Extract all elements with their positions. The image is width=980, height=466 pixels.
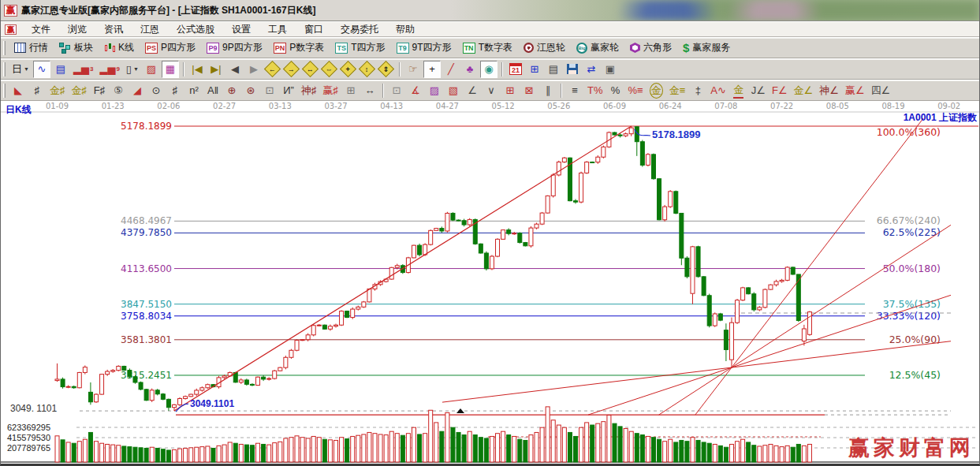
menu-江恩[interactable]: 江恩: [132, 22, 168, 36]
hand-tool-button[interactable]: ☞: [404, 61, 422, 78]
star-circle-tool[interactable]: ⊛: [242, 82, 259, 99]
candle-style-button[interactable]: ▯▼: [124, 61, 141, 78]
time-ruler-tool[interactable]: ♯: [28, 82, 46, 99]
f-angle-tool[interactable]: F∠: [769, 82, 790, 99]
span-arrow-tool[interactable]: ↔: [361, 82, 378, 99]
grid-red2-tool[interactable]: ⊠: [520, 82, 538, 99]
pattern-button[interactable]: ▨: [143, 61, 160, 78]
p-number-table-button[interactable]: PNP数字表: [268, 39, 330, 56]
cycle-clock-tool[interactable]: ⊙: [147, 82, 165, 99]
zoom-h-button[interactable]: ↔: [302, 61, 319, 78]
fan-red-tool[interactable]: ∡: [407, 82, 424, 99]
gold-line-tool[interactable]: 金≡: [667, 82, 688, 99]
ying-ruler-tool[interactable]: 赢♯: [321, 82, 341, 99]
toolbar-grip[interactable]: [3, 62, 6, 76]
expand-all-button[interactable]: ⇕: [378, 61, 395, 78]
a-wave-tool[interactable]: A∿: [708, 82, 728, 99]
kline-chart[interactable]: 01-0901-2302-0602-2703-1303-2704-1304-27…: [1, 101, 980, 466]
bars-9-button[interactable]: ▂▅9: [97, 61, 121, 78]
notepad-button[interactable]: ▤: [545, 61, 562, 78]
shen-angle-tool[interactable]: 神∠: [817, 82, 841, 99]
gold-ruler-tool[interactable]: 金♯: [47, 82, 68, 99]
percent-line-tool[interactable]: %≡: [626, 82, 646, 99]
grid-red-tool[interactable]: ⊞: [501, 82, 519, 99]
chart-area[interactable]: 01-0901-2302-0602-2703-1303-2704-1304-27…: [1, 101, 980, 466]
last-page-button[interactable]: ▶|: [207, 61, 225, 78]
n-squared-tool[interactable]: n²: [185, 82, 203, 99]
toolbar-grip[interactable]: [3, 41, 6, 55]
ying-angle-tool[interactable]: 赢∠: [843, 82, 867, 99]
purple-tool-button[interactable]: ♣: [461, 61, 479, 78]
next-page-button[interactable]: ▶: [245, 61, 263, 78]
bars-3-button[interactable]: ▂▅3: [71, 61, 95, 78]
gold-underline-tool[interactable]: 金: [730, 82, 747, 99]
box-handle-tool[interactable]: ⊡: [388, 82, 405, 99]
period-day-button[interactable]: 日▼: [9, 61, 32, 78]
expand-h-button[interactable]: ⇔: [321, 61, 338, 78]
circle-cross-tool[interactable]: ⊕: [223, 82, 240, 99]
fan-box-tool[interactable]: ▧: [445, 82, 462, 99]
menu-窗口[interactable]: 窗口: [296, 22, 332, 36]
menu-工具[interactable]: 工具: [259, 22, 296, 36]
shen-ruler-tool[interactable]: 神♯: [299, 82, 319, 99]
menu-资讯[interactable]: 资讯: [95, 22, 132, 36]
fan-purple-tool[interactable]: ▨: [426, 82, 443, 99]
angle-mark-tool[interactable]: И”: [280, 82, 297, 99]
zigzag-overlay-button[interactable]: ∿: [33, 61, 50, 78]
gold-ruler2-tool[interactable]: 金♯: [69, 82, 90, 99]
square-target-tool[interactable]: ⊡: [261, 82, 278, 99]
t-percent-tool[interactable]: T%: [585, 82, 606, 99]
p-square-button[interactable]: PSP四方形: [140, 39, 201, 56]
9t-square-button[interactable]: T99T四方形: [391, 39, 457, 56]
plain-ruler-tool[interactable]: ♯: [166, 82, 184, 99]
kline-button[interactable]: K线: [99, 39, 140, 56]
zoom-v-button[interactable]: ↕: [359, 61, 376, 78]
prev-page-button[interactable]: ◀: [226, 61, 244, 78]
list-k-tool[interactable]: ≡: [566, 82, 583, 99]
zoom-all-button[interactable]: +: [340, 61, 357, 78]
pen-tool[interactable]: ◢: [129, 82, 146, 99]
f-ruler-tool[interactable]: F♯: [91, 82, 108, 99]
sectors-button[interactable]: 板块: [54, 39, 99, 56]
winner-wheel-button[interactable]: Big赢家轮: [571, 39, 624, 56]
volume-pane-button[interactable]: ▦: [162, 61, 179, 78]
awl-tool[interactable]: ◣: [9, 82, 27, 99]
menu-设置[interactable]: 设置: [223, 22, 259, 36]
winner-service-button[interactable]: $赢家服务: [677, 39, 736, 56]
si-angle-tool[interactable]: 四∠: [869, 82, 893, 99]
t-number-table-button[interactable]: TNT数字表: [457, 39, 518, 56]
a-mirror-tool[interactable]: A‖: [204, 82, 222, 99]
export-button[interactable]: ⇄: [583, 61, 600, 78]
save-button[interactable]: [564, 61, 581, 78]
menu-浏览[interactable]: 浏览: [59, 22, 95, 36]
print-button[interactable]: ▣: [602, 61, 619, 78]
menu-帮助[interactable]: 帮助: [387, 22, 423, 36]
info-note-button[interactable]: ▤: [52, 61, 69, 78]
j-angle-tool[interactable]: J∠: [749, 82, 768, 99]
teal-tool-button[interactable]: ◉: [480, 61, 497, 78]
measure-tool-button[interactable]: ╱: [442, 61, 460, 78]
grid-123-tool[interactable]: ⊞: [342, 82, 360, 99]
crosshair-tool-button[interactable]: +: [423, 61, 441, 78]
toolbar-grip[interactable]: [3, 84, 6, 98]
menu-文件[interactable]: 文件: [23, 22, 59, 36]
spiral5-tool[interactable]: ⑤: [110, 82, 127, 99]
calculator-button[interactable]: ⊞: [526, 61, 543, 78]
parallel-lines-tool[interactable]: ∥: [539, 82, 557, 99]
menu-交易委托[interactable]: 交易委托: [332, 22, 387, 36]
first-page-button[interactable]: |◀: [188, 61, 206, 78]
ink-pen-tool[interactable]: ‡: [689, 82, 706, 99]
menu-公式选股[interactable]: 公式选股: [168, 22, 223, 36]
calendar-button[interactable]: 21: [507, 61, 524, 78]
t-square-button[interactable]: TST四方形: [330, 39, 390, 56]
gold-circle-tool[interactable]: 金: [647, 82, 665, 99]
scroll-right-button[interactable]: →: [283, 61, 300, 78]
v-lines-tool[interactable]: ∨: [483, 82, 500, 99]
9p-square-button[interactable]: P99P四方形: [201, 39, 268, 56]
quotes-button[interactable]: 行情: [9, 39, 54, 56]
scroll-left-button[interactable]: ←: [264, 61, 281, 78]
hexagon-button[interactable]: 六角形: [624, 39, 677, 56]
percent-tool[interactable]: %: [607, 82, 624, 99]
gold-angle-tool[interactable]: 金∠: [792, 82, 816, 99]
angle-lines-tool[interactable]: ∠: [464, 82, 481, 99]
